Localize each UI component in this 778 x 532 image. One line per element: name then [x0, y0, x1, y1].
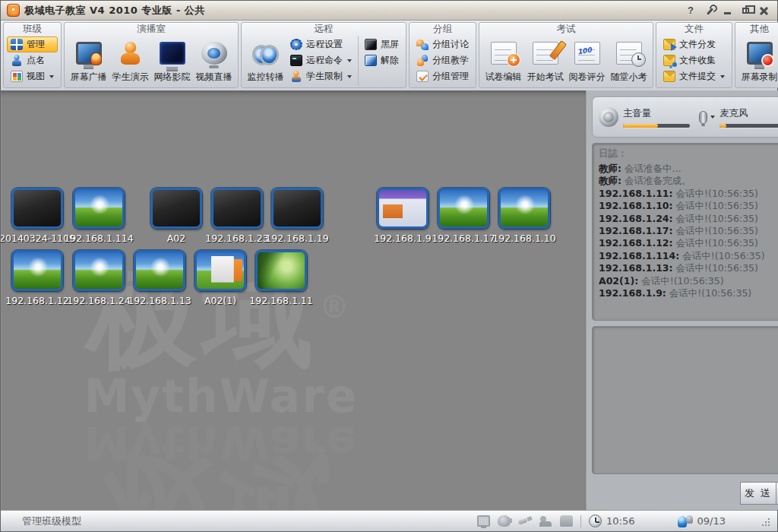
volume-slider-fill [623, 124, 658, 128]
settings-wrench-button[interactable] [701, 4, 716, 17]
file-distribute-button[interactable]: 文件分发 [659, 36, 729, 52]
mic-slider[interactable] [719, 124, 778, 128]
ribbon-group-content-exam: 试卷编辑开始考试100阅卷评分随堂小考 [479, 36, 653, 87]
video-live-button[interactable]: 视频直播 [193, 36, 235, 86]
student-limit-button[interactable]: 学生限制 [286, 68, 356, 84]
status-camera-icon[interactable] [498, 515, 511, 527]
student-item[interactable]: 192.168.1.10 [498, 188, 550, 229]
ribbon-group-title-exam: 考试 [479, 23, 653, 36]
screen-record-label: 屏幕录制 [742, 71, 778, 84]
group-discussion-button[interactable]: 分组讨论 [413, 36, 473, 52]
send-button[interactable]: 发 送 [740, 482, 776, 505]
start-exam-button[interactable]: 开始考试 [524, 36, 566, 86]
classroom-canvas: 极域® MythWare MythWare 极域 20140324-110919… [1, 90, 586, 510]
microphone-icon [699, 111, 707, 124]
student-item[interactable]: 192.168.1.17 [438, 188, 489, 229]
student-item[interactable]: A02(1) [194, 250, 246, 291]
app-window: 极域电子教室 V4 2010 专业版 - 公共 ? 班级管理点名视图演播室屏幕广… [0, 0, 778, 532]
student-item[interactable]: 192.168.1.13 [134, 250, 185, 291]
log-entry-message: 会话准备中... [625, 163, 681, 174]
student-item[interactable]: 192.168.1.19 [271, 188, 323, 229]
student-item[interactable]: 192.168.1.114 [73, 188, 125, 229]
watermark-cn-reflection: 极域 [8, 452, 434, 510]
net-movie-button[interactable]: 网络影院 [151, 36, 193, 86]
ribbon-group-remote: 远程监控转播远程设置远程命令学生限制黑屏解除 [241, 22, 406, 88]
student-item[interactable]: 192.168.1.12 [11, 250, 63, 291]
log-entry-source: 192.168.1.9: [599, 287, 666, 299]
view-button[interactable]: 视图 [7, 68, 58, 84]
mic-dropdown-caret-icon[interactable] [710, 116, 715, 119]
status-screen-icon[interactable] [477, 515, 490, 527]
student-thumbnail [377, 188, 429, 229]
remote-settings-button[interactable]: 远程设置 [286, 36, 356, 52]
student-label: 192.168.1.24 [67, 295, 131, 306]
student-thumbnail [271, 188, 323, 229]
student-label: 192.168.1.19 [265, 233, 329, 244]
manage-button[interactable]: 管理 [7, 36, 58, 52]
student-thumbnail [438, 188, 489, 229]
log-entry-message: 会话中!(10:56:35) [676, 188, 758, 199]
monitor-relay-label: 监控转播 [248, 71, 284, 84]
status-separator [580, 515, 581, 527]
black-screen-button[interactable]: 黑屏 [361, 36, 403, 52]
help-button[interactable]: ? [683, 4, 698, 17]
minimize-button[interactable] [719, 4, 735, 17]
student-item[interactable]: 192.168.1.11 [255, 250, 307, 291]
status-hand-icon[interactable] [560, 515, 573, 527]
group-manage-button[interactable]: 分组管理 [413, 68, 473, 84]
student-item[interactable]: 192.168.1.9 [377, 188, 429, 229]
clock-icon [589, 515, 602, 527]
net-movie-icon [160, 42, 185, 65]
view-icon [11, 71, 23, 82]
log-entry: 教师:会话准备完成。 [599, 175, 778, 187]
log-entry-source: 192.168.1.11: [599, 188, 673, 199]
log-entry-source: 教师: [599, 175, 621, 186]
quiz-icon [616, 42, 642, 65]
monitor-relay-button[interactable]: 监控转播 [245, 36, 286, 86]
remote-command-label: 远程命令 [306, 54, 343, 67]
restore-button[interactable] [738, 4, 753, 17]
student-item[interactable]: A02 [150, 188, 202, 229]
file-submit-button[interactable]: 文件提交 [659, 68, 729, 84]
quiz-button[interactable]: 随堂小考 [608, 36, 650, 86]
grade-exam-button[interactable]: 100阅卷评分 [566, 36, 608, 86]
roll-call-label: 点名 [27, 54, 45, 67]
watermark-en: MythWare [8, 373, 434, 419]
ribbon-group-group: 分组分组讨论分组教学分组管理 [409, 22, 476, 88]
file-collect-button[interactable]: 文件收集 [659, 52, 729, 68]
group-teaching-button[interactable]: 分组教学 [413, 52, 473, 68]
log-entry: 192.168.1.11:会话中!(10:56:35) [599, 188, 778, 200]
close-button[interactable] [756, 4, 771, 17]
log-entry-message: 会话中!(10:56:35) [641, 275, 723, 287]
window-controls: ? [683, 4, 771, 17]
status-users-icon[interactable] [539, 515, 552, 527]
student-item[interactable]: 20140324-1109 [11, 188, 63, 229]
grade-exam-badge: 100 [577, 46, 592, 55]
unblock-button[interactable]: 解除 [361, 52, 403, 68]
close-icon [759, 6, 768, 15]
log-entry: 教师:会话准备中... [599, 163, 778, 175]
student-thumbnail [211, 188, 263, 229]
ribbon-group-class: 班级管理点名视图 [3, 22, 62, 88]
log-entry-source: A02(1): [599, 275, 638, 287]
student-thumbnail [73, 188, 125, 229]
ribbon-group-content-file: 文件分发文件收集文件提交 [656, 36, 732, 87]
roll-call-button[interactable]: 点名 [7, 52, 58, 68]
student-demo-button[interactable]: 学生演示 [109, 36, 151, 86]
student-label: 192.168.1.114 [64, 233, 133, 244]
resize-grip[interactable] [761, 517, 770, 526]
net-movie-label: 网络影院 [154, 71, 191, 84]
log-entry-message: 会话准备完成。 [625, 175, 691, 186]
exam-edit-button[interactable]: 试卷编辑 [482, 36, 524, 86]
student-item[interactable]: 192.168.1.23 [211, 188, 263, 229]
volume-slider[interactable] [623, 124, 690, 128]
start-exam-label: 开始考试 [527, 71, 564, 84]
student-item[interactable]: 192.168.1.24 [73, 250, 125, 291]
remote-command-button[interactable]: 远程命令 [286, 52, 356, 68]
remote-settings-label: 远程设置 [306, 38, 343, 51]
status-usb-icon[interactable] [518, 515, 532, 527]
screen-broadcast-button[interactable]: 屏幕广播 [68, 36, 109, 86]
screen-record-button[interactable]: 屏幕录制 [738, 36, 778, 86]
log-entry: 192.168.1.13:会话中!(10:56:35) [599, 262, 778, 274]
ribbon-group-content-other: 屏幕录制 [735, 36, 778, 87]
